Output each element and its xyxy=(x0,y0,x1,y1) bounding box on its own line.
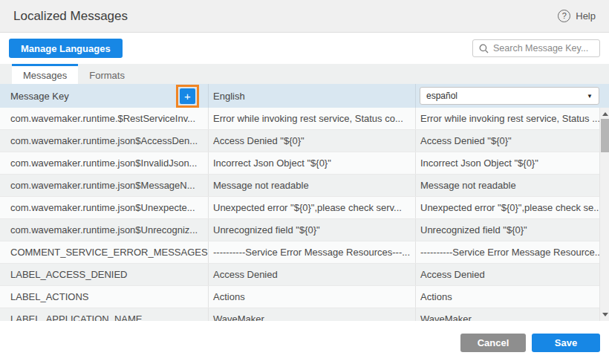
english-cell[interactable]: Unexpected error "${0}",please check ser… xyxy=(209,197,416,218)
scrollbar-thumb[interactable] xyxy=(601,119,609,152)
table-row[interactable]: LABEL_APPLICATION_NAME WaveMaker WaveMak… xyxy=(0,308,609,321)
message-key-cell[interactable]: LABEL_APPLICATION_NAME xyxy=(0,308,209,321)
column-header-message-key: Message Key + xyxy=(0,84,209,108)
english-cell[interactable]: Unrecognized field "${0}" xyxy=(209,219,416,241)
search-icon xyxy=(479,44,489,53)
toolbar: Manage Languages xyxy=(0,33,609,64)
spanish-cell[interactable]: ----------Service Error Message Resource… xyxy=(416,241,609,263)
language-select[interactable]: español ▼ xyxy=(420,87,599,105)
table-row[interactable]: com.wavemaker.runtime.json$Unexpecte... … xyxy=(0,197,609,219)
message-key-header-label: Message Key xyxy=(10,91,69,102)
help-label: Help xyxy=(576,10,596,22)
table-row[interactable]: com.wavemaker.runtime.json$InvalidJson..… xyxy=(0,152,609,175)
spanish-cell[interactable]: Access Denied "${0}" xyxy=(416,130,609,152)
spanish-cell[interactable]: WaveMaker xyxy=(416,308,609,321)
title-bar: Localized Messages ? Help xyxy=(0,0,609,33)
spanish-cell[interactable]: Actions xyxy=(416,286,609,308)
english-cell[interactable]: Message not readable xyxy=(209,175,416,196)
chevron-down-icon: ▼ xyxy=(587,93,593,100)
dialog-footer: Cancel Save xyxy=(0,321,609,364)
column-header-language: español ▼ xyxy=(416,84,609,108)
triangle-up-icon xyxy=(602,112,608,116)
scroll-up-button[interactable] xyxy=(600,109,609,119)
english-cell[interactable]: Actions xyxy=(209,286,416,308)
table-row[interactable]: com.wavemaker.runtime.json$Unrecogniz...… xyxy=(0,219,609,241)
spanish-cell[interactable]: Unexpected error "${0}",please check se.… xyxy=(416,197,609,218)
table-row[interactable]: LABEL_ACTIONS Actions Actions xyxy=(0,286,609,308)
message-key-cell[interactable]: com.wavemaker.runtime.$RestServiceInv... xyxy=(0,108,209,129)
add-message-key-button[interactable]: + xyxy=(180,88,195,104)
tab-messages[interactable]: Messages xyxy=(12,64,78,84)
search-box[interactable] xyxy=(472,39,600,57)
english-cell[interactable]: Access Denied xyxy=(209,264,416,285)
english-cell[interactable]: WaveMaker xyxy=(209,308,416,321)
table-header: Message Key + English español ▼ xyxy=(0,84,609,108)
localized-messages-dialog: Localized Messages ? Help Manage Languag… xyxy=(0,0,609,364)
help-button[interactable]: ? Help xyxy=(558,10,596,22)
cancel-button[interactable]: Cancel xyxy=(460,334,526,352)
page-title: Localized Messages xyxy=(13,9,128,24)
spanish-cell[interactable]: Incorrect Json Object "${0}" xyxy=(416,152,609,174)
table-row[interactable]: COMMENT_SERVICE_ERROR_MESSAGES ---------… xyxy=(0,241,609,264)
table-row[interactable]: LABEL_ACCESS_DENIED Access Denied Access… xyxy=(0,264,609,286)
message-key-cell[interactable]: com.wavemaker.runtime.json$InvalidJson..… xyxy=(0,152,209,174)
table-row[interactable]: com.wavemaker.runtime.json$MessageN... M… xyxy=(0,175,609,197)
message-key-cell[interactable]: COMMENT_SERVICE_ERROR_MESSAGES xyxy=(0,241,209,263)
column-header-english: English xyxy=(209,84,416,108)
language-select-value: español xyxy=(426,91,457,101)
message-key-cell[interactable]: com.wavemaker.runtime.json$AccessDen... xyxy=(0,130,209,152)
message-key-cell[interactable]: com.wavemaker.runtime.json$Unexpecte... xyxy=(0,197,209,218)
english-cell[interactable]: Error while invoking rest service, Statu… xyxy=(209,108,416,129)
vertical-scrollbar[interactable] xyxy=(599,108,609,321)
english-cell[interactable]: Access Denied "${0}" xyxy=(209,130,416,152)
message-key-cell[interactable]: LABEL_ACCESS_DENIED xyxy=(0,264,209,285)
tab-bar: Messages Formats xyxy=(0,64,609,84)
english-cell[interactable]: ----------Service Error Message Resource… xyxy=(209,241,416,263)
footer-actions: Cancel Save xyxy=(460,334,600,352)
scroll-down-button[interactable] xyxy=(600,310,609,319)
message-key-cell[interactable]: LABEL_ACTIONS xyxy=(0,286,209,308)
save-button[interactable]: Save xyxy=(532,334,600,352)
spanish-cell[interactable]: Message not readable xyxy=(416,175,609,196)
table-rows: com.wavemaker.runtime.$RestServiceInv...… xyxy=(0,108,609,321)
english-cell[interactable]: Incorrect Json Object "${0}" xyxy=(209,152,416,174)
help-icon: ? xyxy=(558,10,570,22)
table-row[interactable]: com.wavemaker.runtime.json$AccessDen... … xyxy=(0,130,609,152)
spanish-cell[interactable]: Access Denied xyxy=(416,264,609,285)
table-row[interactable]: com.wavemaker.runtime.$RestServiceInv...… xyxy=(0,108,609,130)
message-key-cell[interactable]: com.wavemaker.runtime.json$Unrecogniz... xyxy=(0,219,209,241)
add-button-highlight: + xyxy=(176,85,199,108)
table-body: com.wavemaker.runtime.$RestServiceInv...… xyxy=(0,108,609,321)
search-input[interactable] xyxy=(493,43,593,53)
spanish-cell[interactable]: Error while invoking rest service, Statu… xyxy=(416,108,609,129)
spanish-cell[interactable]: Unrecognized field "${0}" xyxy=(416,219,609,241)
manage-languages-button[interactable]: Manage Languages xyxy=(9,39,123,58)
message-key-cell[interactable]: com.wavemaker.runtime.json$MessageN... xyxy=(0,175,209,196)
tab-formats[interactable]: Formats xyxy=(78,64,136,84)
triangle-down-icon xyxy=(602,313,608,316)
